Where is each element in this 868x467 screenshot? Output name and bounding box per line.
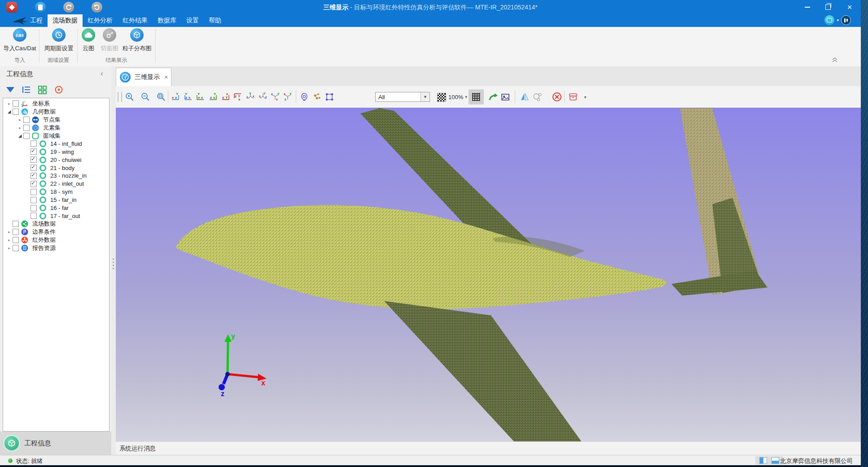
checkbox[interactable]: [31, 148, 37, 155]
contour-plot-button[interactable]: 云图: [79, 28, 98, 52]
tree-list-icon[interactable]: [22, 85, 31, 95]
close-button[interactable]: ×: [839, 0, 860, 14]
checkbox[interactable]: [23, 133, 30, 139]
box-select-icon[interactable]: [324, 92, 335, 102]
display-filter-combo[interactable]: All ▼: [375, 92, 430, 102]
tree-item-far-in[interactable]: 15 - far_in: [3, 196, 109, 204]
view-top-icon[interactable]: zYx: [221, 92, 231, 101]
export-arrow-icon[interactable]: [488, 92, 499, 102]
checkbox[interactable]: [13, 237, 19, 243]
checkbox[interactable]: [23, 117, 30, 123]
checkbox[interactable]: [13, 221, 19, 227]
tree-item-report-resources[interactable]: 报告资源: [3, 244, 109, 252]
menu-item-ir-analysis[interactable]: 红外分析: [83, 14, 118, 27]
more-chevron-icon[interactable]: ▾: [582, 92, 588, 102]
combo-dropdown-icon[interactable]: ▼: [421, 92, 430, 101]
tree-item-chuiwei[interactable]: 20 - chuiwei: [3, 156, 109, 164]
system-message-panel[interactable]: 系统运行消息: [116, 441, 861, 455]
tree-item-geometry-data[interactable]: 几何数据: [3, 108, 109, 116]
zoom-fit-icon[interactable]: [156, 92, 167, 102]
tree-item-flowfield-data[interactable]: 流场数据: [3, 220, 109, 228]
tree-item-int-fluid[interactable]: 14 - int_fluid: [3, 140, 109, 148]
menu-item-database[interactable]: 数据库: [153, 14, 181, 27]
checkbox[interactable]: [31, 205, 37, 211]
tree-item-body[interactable]: 21 - body: [3, 164, 109, 172]
particle-distribution-button[interactable]: 粒子分布图: [120, 28, 153, 52]
viewport-3d[interactable]: y x z: [116, 108, 861, 442]
collapse-ribbon-icon[interactable]: [831, 57, 839, 63]
checkbox[interactable]: [31, 197, 37, 203]
grid-toggle-button[interactable]: [469, 89, 484, 105]
view-iso-4-icon[interactable]: zYx: [283, 92, 293, 101]
view-iso-3-icon[interactable]: xYz: [270, 92, 280, 101]
expander-icon[interactable]: [6, 230, 13, 234]
tree-item-far[interactable]: 16 - far: [3, 204, 109, 212]
tree-item-sym[interactable]: 18 - sym: [3, 188, 109, 196]
menu-item-help[interactable]: 帮助: [204, 14, 226, 27]
checkbox[interactable]: [13, 245, 19, 251]
tree-item-infrared-data[interactable]: 红外数据: [3, 236, 109, 244]
expander-icon[interactable]: [17, 118, 23, 122]
checkbox[interactable]: [31, 173, 37, 179]
tree-item-surface-set[interactable]: 面域集: [3, 132, 109, 140]
checkbox[interactable]: [31, 189, 37, 195]
tree-item-far-out[interactable]: 17 - far_out: [3, 212, 109, 220]
expander-icon[interactable]: [6, 238, 13, 242]
clear-all-icon[interactable]: [552, 92, 562, 102]
expander-icon[interactable]: [17, 126, 23, 130]
chevron-down-icon[interactable]: ▾: [837, 18, 839, 22]
expander-icon[interactable]: [6, 246, 13, 250]
locate-target-icon[interactable]: [54, 85, 63, 95]
tab-close-icon[interactable]: ×: [164, 74, 168, 81]
tree-item-boundary-conditions[interactable]: 边界条件: [3, 228, 109, 236]
dock-left-icon[interactable]: [759, 457, 767, 464]
filter-icon[interactable]: [5, 85, 15, 95]
snapshot-icon[interactable]: [500, 92, 511, 102]
minimize-button[interactable]: [797, 0, 818, 14]
checkbox[interactable]: [31, 213, 37, 219]
checkbox[interactable]: [31, 140, 37, 147]
menu-item-ir-results[interactable]: 红外结果: [118, 14, 153, 27]
mirror-icon[interactable]: [519, 92, 530, 102]
view-left-icon[interactable]: xzY: [196, 92, 206, 101]
checkbox[interactable]: [13, 229, 19, 235]
tree-item-coordinate-system[interactable]: yxz 坐标系: [3, 100, 109, 108]
smooth-group-icon[interactable]: [532, 92, 543, 102]
checkbox[interactable]: [13, 109, 19, 115]
particle-trace-icon[interactable]: [311, 92, 322, 102]
section-box-icon[interactable]: [568, 92, 579, 102]
grid-view-icon[interactable]: [38, 85, 47, 95]
view-bottom-icon[interactable]: zYx: [233, 92, 243, 101]
style-switcher-icon[interactable]: [824, 15, 834, 25]
tree-item-wing[interactable]: 19 - wing: [3, 148, 109, 156]
tree-item-node-set[interactable]: 节点集: [3, 116, 109, 124]
view-right-icon[interactable]: zxY: [208, 92, 218, 101]
splitter-handle-icon[interactable]: [113, 258, 114, 260]
checkbox[interactable]: [13, 100, 19, 107]
checkbox[interactable]: [31, 157, 37, 163]
tree-item-element-set[interactable]: 元素集: [3, 124, 109, 132]
view-back-icon[interactable]: zxY: [183, 92, 193, 101]
import-cas-dat-button[interactable]: cas 导入Cas/Dat: [2, 28, 38, 52]
probe-light-icon[interactable]: [299, 92, 310, 102]
tree-item-inlet-out[interactable]: 22 - inlet_out: [3, 180, 109, 188]
zoom-percent-control[interactable]: 100% ▾: [448, 92, 467, 102]
dock-bottom-icon[interactable]: [772, 457, 779, 464]
collapse-panel-icon[interactable]: ‹: [101, 69, 103, 78]
panel-splitter[interactable]: [111, 66, 116, 455]
view-iso-2-icon[interactable]: Yxz: [258, 92, 268, 101]
tree-item-nozzle-in[interactable]: 23 - nozzle_in: [3, 172, 109, 180]
checkbox[interactable]: [23, 125, 30, 131]
zoom-in-icon[interactable]: [124, 92, 135, 102]
expander-icon[interactable]: [6, 101, 13, 106]
layout-panels-icon[interactable]: [841, 15, 851, 25]
zoom-out-icon[interactable]: [140, 92, 151, 102]
view-iso-1-icon[interactable]: Yxz: [245, 92, 255, 101]
toolbar-drag-handle[interactable]: [118, 92, 122, 102]
restore-button[interactable]: [818, 0, 838, 14]
checkbox[interactable]: [31, 181, 37, 187]
menu-item-settings[interactable]: 设置: [181, 14, 204, 27]
view-front-icon[interactable]: xzY: [171, 92, 180, 101]
periodic-surface-button[interactable]: 周期面设置: [41, 28, 76, 52]
expander-icon[interactable]: [6, 109, 13, 114]
